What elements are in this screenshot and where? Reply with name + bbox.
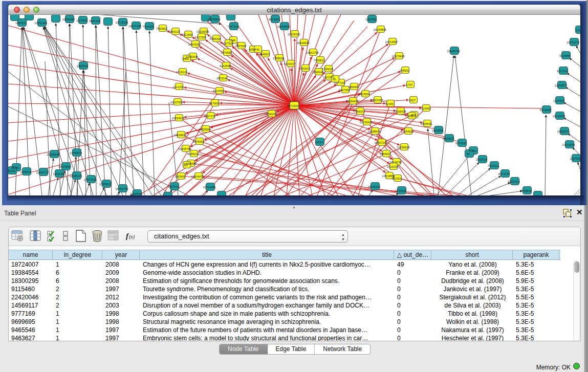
svg-text:9115460: 9115460 xyxy=(420,107,430,110)
svg-text:10688609: 10688609 xyxy=(368,130,381,133)
svg-text:18724007: 18724007 xyxy=(287,104,300,107)
svg-text:19166829: 19166829 xyxy=(174,134,187,137)
svg-text:9890: 9890 xyxy=(183,57,189,60)
svg-text:6497568: 6497568 xyxy=(339,89,350,92)
svg-text:10807487: 10807487 xyxy=(371,99,383,102)
svg-text:20206536: 20206536 xyxy=(47,153,60,156)
svg-text:10719155: 10719155 xyxy=(116,21,128,24)
svg-text:17957225: 17957225 xyxy=(84,178,97,181)
svg-text:2803144: 2803144 xyxy=(216,77,228,80)
svg-text:1156829: 1156829 xyxy=(20,170,31,173)
svg-text:12942737: 12942737 xyxy=(36,171,49,174)
svg-text:9329966: 9329966 xyxy=(559,54,571,57)
svg-text:16914479: 16914479 xyxy=(191,175,204,178)
svg-text:1733426: 1733426 xyxy=(395,189,406,192)
svg-text:167: 167 xyxy=(183,164,188,167)
svg-text:16033809: 16033809 xyxy=(208,18,221,21)
svg-text:20691406: 20691406 xyxy=(35,21,48,25)
svg-text:15640910: 15640910 xyxy=(297,41,310,45)
svg-text:9457791: 9457791 xyxy=(168,185,179,188)
svg-text:18807249: 18807249 xyxy=(375,141,387,144)
svg-text:8471676: 8471676 xyxy=(498,172,510,176)
svg-text:9327508: 9327508 xyxy=(222,42,233,45)
svg-text:1640954: 1640954 xyxy=(432,129,443,132)
svg-text:1221336: 1221336 xyxy=(172,85,184,89)
svg-text:6466160: 6466160 xyxy=(89,19,100,23)
svg-text:20364436: 20364436 xyxy=(346,100,359,103)
svg-text:15136141: 15136141 xyxy=(368,185,381,188)
svg-text:1244415: 1244415 xyxy=(553,99,564,102)
svg-text:8498222: 8498222 xyxy=(187,152,199,156)
svg-text:9699695: 9699695 xyxy=(421,122,432,125)
svg-text:15751074: 15751074 xyxy=(567,41,580,44)
svg-text:7955812: 7955812 xyxy=(314,59,325,62)
svg-text:10654112: 10654112 xyxy=(508,180,520,183)
svg-text:16154808: 16154808 xyxy=(374,28,386,31)
svg-text:5322037: 5322037 xyxy=(284,62,295,65)
svg-text:1167535: 1167535 xyxy=(570,157,580,160)
svg-text:10654925: 10654925 xyxy=(172,117,185,120)
svg-text:10671355: 10671355 xyxy=(129,25,142,28)
svg-text:2867608: 2867608 xyxy=(235,45,246,48)
svg-text:9245652: 9245652 xyxy=(520,189,532,192)
svg-text:7357224: 7357224 xyxy=(227,25,238,28)
svg-text:16648784: 16648784 xyxy=(447,50,460,53)
svg-text:748500: 748500 xyxy=(400,69,409,72)
svg-text:39159: 39159 xyxy=(8,169,15,172)
svg-text:6794028: 6794028 xyxy=(322,68,333,71)
svg-text:1588520: 1588520 xyxy=(273,57,284,60)
svg-text:9242848: 9242848 xyxy=(220,64,231,68)
svg-text:(x): (x) xyxy=(129,234,135,240)
svg-text:10655267: 10655267 xyxy=(62,18,75,21)
svg-text:9646821: 9646821 xyxy=(259,53,270,56)
svg-text:7663822: 7663822 xyxy=(156,27,167,30)
svg-text:2718126: 2718126 xyxy=(176,71,187,74)
svg-text:10958117: 10958117 xyxy=(99,183,112,186)
svg-text:8267130: 8267130 xyxy=(204,115,215,118)
svg-text:7515526: 7515526 xyxy=(143,25,154,28)
svg-text:746266: 746266 xyxy=(349,85,358,89)
svg-text:10120746: 10120746 xyxy=(389,161,402,164)
svg-text:1549575: 1549575 xyxy=(405,115,417,118)
svg-text:17359924: 17359924 xyxy=(70,151,82,155)
svg-text:8912954: 8912954 xyxy=(182,33,193,36)
svg-text:17016504: 17016504 xyxy=(562,143,575,146)
svg-text:1527602: 1527602 xyxy=(76,19,88,22)
svg-text:8678352: 8678352 xyxy=(193,140,204,143)
svg-text:16210643: 16210643 xyxy=(553,115,565,118)
svg-text:19218506: 19218506 xyxy=(277,25,290,28)
svg-text:1905571: 1905571 xyxy=(15,21,27,25)
svg-text:1112: 1112 xyxy=(576,29,580,32)
svg-text:12505135: 12505135 xyxy=(70,174,82,178)
svg-text:12093872: 12093872 xyxy=(555,84,568,87)
svg-text:93975667: 93975667 xyxy=(59,165,72,168)
svg-text:8186328: 8186328 xyxy=(210,37,221,40)
svg-text:1615132: 1615132 xyxy=(387,165,398,168)
svg-text:16543382: 16543382 xyxy=(188,43,201,46)
svg-text:2087682: 2087682 xyxy=(365,18,377,21)
svg-text:8813054: 8813054 xyxy=(269,18,280,21)
svg-text:10756928: 10756928 xyxy=(397,146,410,149)
svg-text:15692971: 15692971 xyxy=(557,130,570,133)
svg-text:9884067: 9884067 xyxy=(380,152,391,156)
svg-text:8427552: 8427552 xyxy=(213,90,224,93)
svg-text:3375685: 3375685 xyxy=(221,51,232,54)
svg-text:252254: 252254 xyxy=(392,177,402,180)
svg-text:1797: 1797 xyxy=(406,83,412,86)
svg-text:1990448: 1990448 xyxy=(312,71,323,74)
svg-text:15226055: 15226055 xyxy=(197,30,209,33)
svg-text:11325419: 11325419 xyxy=(288,33,300,36)
svg-text:19654923: 19654923 xyxy=(401,130,414,133)
svg-text:16107553: 16107553 xyxy=(170,101,183,104)
svg-text:3627: 3627 xyxy=(409,99,416,102)
svg-text:62160: 62160 xyxy=(385,102,394,105)
svg-text:417006: 417006 xyxy=(209,102,219,105)
svg-text:45: 45 xyxy=(333,78,336,81)
svg-text:16046798: 16046798 xyxy=(179,147,191,150)
svg-text:7632621: 7632621 xyxy=(488,164,499,167)
svg-text:12353594: 12353594 xyxy=(199,128,211,131)
svg-text:9960125: 9960125 xyxy=(169,30,180,33)
svg-text:7986372: 7986372 xyxy=(354,110,365,113)
svg-text:9227341: 9227341 xyxy=(557,70,568,73)
svg-text:10025438: 10025438 xyxy=(394,110,406,113)
